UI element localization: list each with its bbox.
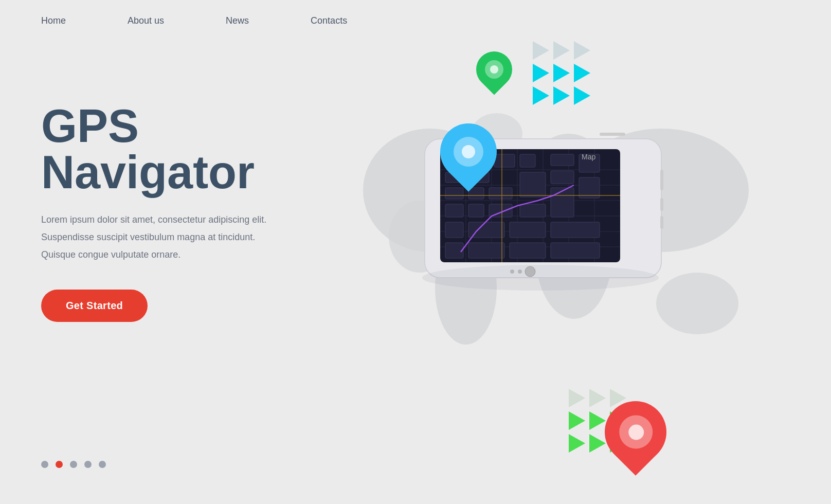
svg-rect-58 <box>660 216 663 229</box>
svg-rect-48 <box>551 243 600 258</box>
hero-description: Lorem ipsum dolor sit amet, consectetur … <box>41 211 266 264</box>
svg-rect-29 <box>468 188 484 199</box>
svg-rect-37 <box>520 204 546 217</box>
dot-3[interactable] <box>70 461 77 468</box>
svg-rect-35 <box>468 204 484 217</box>
svg-rect-40 <box>579 177 600 198</box>
svg-text:Map: Map <box>582 153 595 161</box>
svg-rect-59 <box>600 133 625 136</box>
svg-point-60 <box>422 265 659 291</box>
dot-4[interactable] <box>84 461 92 468</box>
svg-rect-31 <box>520 172 546 197</box>
phone-illustration: Map <box>389 103 687 298</box>
svg-rect-32 <box>551 154 574 166</box>
svg-rect-43 <box>510 222 546 238</box>
get-started-button[interactable]: Get Started <box>41 290 148 322</box>
svg-rect-25 <box>520 154 535 167</box>
pin-green-icon <box>476 51 512 87</box>
svg-rect-28 <box>445 188 463 199</box>
svg-rect-46 <box>468 243 504 258</box>
svg-rect-45 <box>445 243 463 258</box>
svg-rect-56 <box>660 170 663 190</box>
hero-title: GPS Navigator <box>41 103 266 195</box>
svg-rect-44 <box>551 222 600 238</box>
svg-rect-47 <box>510 243 546 258</box>
svg-rect-38 <box>551 188 574 217</box>
illustration: Map <box>317 0 831 504</box>
hero-content: GPS Navigator Lorem ipsum dolor sit amet… <box>41 103 266 322</box>
pin-blue-icon <box>440 123 497 180</box>
pin-red-icon <box>605 401 666 463</box>
svg-rect-34 <box>445 204 463 217</box>
carousel-dots <box>41 461 106 468</box>
dot-2[interactable] <box>56 461 63 468</box>
svg-rect-41 <box>445 222 463 238</box>
navigation: Home About us News Contacts <box>0 0 831 42</box>
svg-rect-57 <box>660 198 663 211</box>
cyan-arrows <box>533 41 590 105</box>
dot-5[interactable] <box>99 461 106 468</box>
nav-contacts[interactable]: Contacts <box>311 15 347 26</box>
svg-rect-30 <box>489 188 512 199</box>
nav-about[interactable]: About us <box>128 15 164 26</box>
svg-rect-33 <box>551 171 574 184</box>
nav-home[interactable]: Home <box>41 15 66 26</box>
dot-1[interactable] <box>41 461 48 468</box>
nav-news[interactable]: News <box>226 15 249 26</box>
svg-rect-24 <box>494 154 515 167</box>
